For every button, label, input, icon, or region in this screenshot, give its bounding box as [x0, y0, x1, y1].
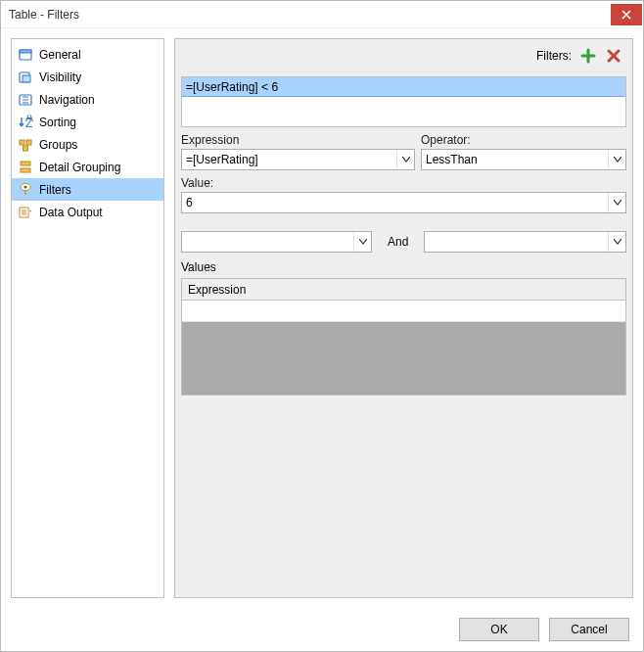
chevron-down-icon: [608, 193, 625, 212]
sidebar-item-label: Navigation: [39, 93, 95, 107]
expression-label: Expression: [181, 133, 415, 147]
sidebar-item-detail-grouping[interactable]: Detail Grouping: [12, 156, 163, 178]
groups-icon: [18, 137, 33, 153]
sidebar-item-label: Detail Grouping: [39, 161, 120, 174]
filters-icon: [18, 182, 33, 198]
close-icon: [621, 10, 631, 20]
ok-button-label: OK: [490, 623, 507, 636]
detail-grouping-icon: [18, 160, 33, 175]
sidebar-item-groups[interactable]: Groups: [12, 133, 163, 156]
range-left-combo[interactable]: [181, 231, 372, 253]
chevron-down-icon: [396, 150, 414, 169]
main-panel: Filters: =[UserRating] < 6 Expression =[…: [174, 38, 633, 598]
delete-filter-button[interactable]: [605, 47, 622, 65]
svg-rect-7: [20, 140, 24, 145]
values-grid-header: Expression: [182, 279, 625, 301]
sidebar-item-visibility[interactable]: Visibility: [12, 66, 163, 88]
value-value: 6: [186, 196, 193, 210]
plus-icon: [580, 48, 596, 64]
range-right-combo[interactable]: [424, 231, 626, 253]
sidebar: General Visibility Navigation AZ Sorting…: [11, 38, 164, 598]
values-label: Values: [181, 258, 626, 278]
filter-row[interactable]: =[UserRating] < 6: [182, 77, 625, 97]
expression-value: =[UserRating]: [186, 153, 258, 166]
sidebar-item-general[interactable]: General: [12, 43, 163, 66]
dialog-footer: OK Cancel: [1, 608, 643, 651]
values-grid-header-label: Expression: [188, 283, 246, 297]
value-combo[interactable]: 6: [181, 192, 626, 213]
data-output-icon: [18, 205, 33, 220]
sorting-icon: AZ: [18, 115, 33, 130]
svg-text:Z: Z: [25, 116, 32, 130]
window-title: Table - Filters: [9, 8, 79, 22]
svg-rect-3: [23, 75, 30, 82]
general-icon: [18, 47, 33, 63]
sidebar-item-label: Data Output: [39, 206, 103, 219]
navigation-icon: [18, 92, 33, 108]
filters-header: Filters:: [181, 45, 626, 70]
sidebar-item-navigation[interactable]: Navigation: [12, 88, 163, 111]
chevron-down-icon: [608, 232, 625, 252]
filter-row-text: =[UserRating] < 6: [186, 80, 278, 94]
visibility-icon: [18, 70, 33, 85]
filters-header-label: Filters:: [536, 49, 572, 63]
add-filter-button[interactable]: [579, 47, 597, 65]
sidebar-item-label: Visibility: [39, 70, 81, 84]
sidebar-item-sorting[interactable]: AZ Sorting: [12, 111, 163, 133]
sidebar-item-filters[interactable]: Filters: [12, 178, 163, 201]
ok-button[interactable]: OK: [459, 618, 539, 641]
title-bar: Table - Filters: [1, 1, 643, 28]
sidebar-item-label: Groups: [39, 138, 77, 152]
delete-icon: [606, 48, 621, 64]
svg-point-13: [23, 185, 26, 188]
sidebar-item-data-output[interactable]: Data Output: [12, 201, 163, 223]
svg-rect-10: [21, 162, 30, 165]
client-area: General Visibility Navigation AZ Sorting…: [1, 28, 643, 608]
svg-rect-8: [26, 140, 31, 145]
expression-combo[interactable]: =[UserRating]: [181, 149, 415, 170]
cancel-button-label: Cancel: [571, 623, 607, 636]
sidebar-item-label: Filters: [39, 183, 71, 197]
operator-combo[interactable]: LessThan: [421, 149, 626, 170]
values-grid[interactable]: Expression: [181, 278, 626, 396]
filters-list[interactable]: =[UserRating] < 6: [181, 76, 626, 127]
sidebar-item-label: General: [39, 48, 81, 62]
close-button[interactable]: [611, 4, 642, 25]
svg-rect-11: [21, 168, 30, 172]
svg-rect-9: [23, 146, 28, 151]
operator-value: LessThan: [426, 153, 478, 166]
cancel-button[interactable]: Cancel: [549, 618, 629, 641]
svg-rect-1: [20, 50, 31, 53]
values-grid-row[interactable]: [182, 301, 625, 322]
value-label: Value:: [181, 176, 626, 190]
chevron-down-icon: [353, 232, 371, 252]
sidebar-item-label: Sorting: [39, 116, 76, 129]
operator-label: Operator:: [421, 133, 626, 147]
and-label: And: [382, 235, 414, 249]
chevron-down-icon: [608, 150, 625, 169]
